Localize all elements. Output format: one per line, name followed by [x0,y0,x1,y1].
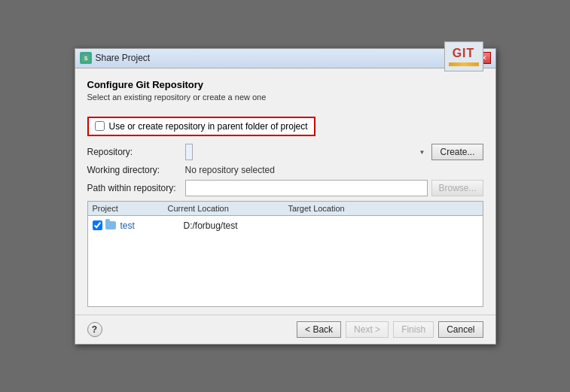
next-button[interactable]: Next > [346,321,389,338]
repository-label: Repository: [87,147,185,157]
col-target-location: Target Location [288,204,478,213]
path-input[interactable] [185,180,428,196]
git-logo-bar [449,62,479,66]
header-row: Configure Git Repository Select an exist… [87,79,483,109]
dialog-footer: ? < Back Next > Finish Cancel [75,315,495,344]
repository-input-row: Create... [185,144,483,160]
working-directory-value: No repository selected [185,165,483,175]
current-location-cell: D:/forbug/test [184,220,304,231]
help-button[interactable]: ? [87,322,102,337]
projects-table: Project Current Location Target Location… [87,201,483,307]
finish-button[interactable]: Finish [393,321,434,338]
table-body: test D:/forbug/test [88,216,483,306]
repository-select-wrapper [185,144,428,160]
window-title: Share Project [96,53,151,63]
folder-icon [105,220,117,231]
window-icon: S [80,52,92,64]
create-button[interactable]: Create... [431,144,483,160]
footer-left: ? [87,322,102,337]
section-title: Configure Git Repository [87,79,267,90]
table-header: Project Current Location Target Location [88,202,483,216]
parent-folder-checkbox[interactable] [95,121,105,131]
col-current-location: Current Location [168,204,288,213]
repository-row: Repository: Create... [87,144,483,160]
back-button[interactable]: < Back [297,321,341,338]
git-logo: GIT [444,41,483,71]
project-name: test [120,220,184,231]
parent-folder-label: Use or create repository in parent folde… [109,121,308,132]
cancel-button[interactable]: Cancel [438,321,483,338]
section-subtitle: Select an existing repository or create … [87,93,267,102]
browse-button: Browse... [431,180,483,196]
title-bar: S Share Project − □ ✕ [75,49,495,68]
git-logo-text: GIT [453,47,475,60]
col-project: Project [93,204,168,213]
path-input-row: Browse... [185,180,483,196]
svg-text:S: S [84,56,87,61]
footer-buttons: < Back Next > Finish Cancel [297,321,483,338]
path-label: Path within repository: [87,183,185,193]
dialog-window: S Share Project − □ ✕ Configure Git Repo… [75,48,496,345]
working-directory-row: Working directory: No repository selecte… [87,165,483,175]
row-checkbox[interactable] [93,220,102,230]
repository-select[interactable] [185,144,193,160]
dialog-content: Configure Git Repository Select an exist… [75,68,495,315]
table-row: test D:/forbug/test [93,219,478,232]
working-directory-label: Working directory: [87,165,185,175]
header-text: Configure Git Repository Select an exist… [87,79,267,109]
path-row: Path within repository: Browse... [87,180,483,196]
title-bar-left: S Share Project [80,52,151,64]
parent-folder-checkbox-row[interactable]: Use or create repository in parent folde… [87,117,315,136]
